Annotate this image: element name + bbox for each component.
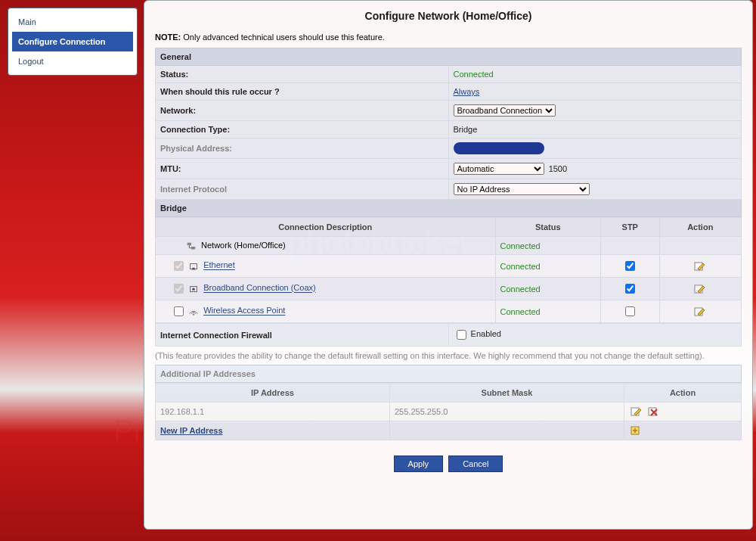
col-mask: Subnet Mask: [390, 384, 624, 403]
value-status: Connected: [454, 70, 494, 79]
col-action: Action: [624, 384, 742, 403]
bridge-row-status: Connected: [500, 241, 541, 250]
main-panel: Configure Network (Home/Office) NOTE: On…: [144, 0, 753, 530]
sidebar-item-configure-connection[interactable]: Configure Connection: [12, 32, 133, 51]
firewall-enabled-checkbox[interactable]: [457, 330, 466, 340]
bridge-row-status: Connected: [500, 307, 541, 316]
col-conn-desc: Connection Description: [156, 218, 496, 237]
col-stp: STP: [601, 218, 660, 237]
table-row: Wireless Access Point Connected: [156, 300, 742, 323]
value-conn-type: Bridge: [448, 121, 742, 138]
select-network[interactable]: Broadband Connection: [454, 104, 556, 117]
bridge-row-checkbox[interactable]: [174, 306, 184, 316]
svg-rect-0: [187, 243, 191, 246]
coax-icon: [188, 284, 199, 294]
select-mtu[interactable]: Automatic: [454, 163, 544, 175]
col-status: Status: [495, 218, 601, 237]
section-bridge: Bridge: [156, 200, 742, 217]
section-addl-ip: Additional IP Addresses: [156, 365, 742, 383]
delete-icon[interactable]: [648, 406, 660, 417]
edit-icon[interactable]: [694, 306, 706, 317]
edit-icon[interactable]: [631, 406, 643, 417]
stp-checkbox[interactable]: [625, 261, 635, 271]
wireless-icon: [188, 307, 199, 316]
section-firewall: Internet Connection Firewall: [156, 324, 449, 347]
bridge-row-status: Connected: [500, 262, 541, 271]
cancel-button[interactable]: Cancel: [448, 455, 503, 472]
page-title: Configure Network (Home/Office): [155, 10, 742, 22]
svg-point-8: [193, 313, 194, 315]
bridge-row-link[interactable]: Ethernet: [203, 261, 235, 270]
sidebar-item-logout[interactable]: Logout: [12, 51, 133, 71]
label-network: Network:: [156, 101, 449, 121]
col-action: Action: [659, 218, 742, 237]
edit-icon[interactable]: [694, 261, 706, 272]
label-conn-type: Connection Type:: [156, 121, 449, 138]
ip-value: 192.168.1.1: [156, 403, 390, 421]
firewall-note: (This feature provides the ability to ch…: [155, 351, 742, 360]
mask-value: 255.255.255.0: [390, 403, 624, 421]
table-row: Network (Home/Office) Connected: [156, 237, 742, 255]
label-status: Status:: [156, 66, 449, 83]
add-icon[interactable]: [631, 425, 643, 436]
sidebar: Main Configure Connection Logout: [8, 8, 138, 76]
label-mtu: MTU:: [156, 159, 449, 179]
button-row: Apply Cancel: [155, 455, 742, 472]
svg-point-6: [192, 288, 195, 291]
edit-icon[interactable]: [694, 284, 706, 294]
table-row: Broadband Connection (Coax) Connected: [156, 278, 742, 300]
label-ip-proto: Internet Protocol: [156, 179, 449, 200]
new-ip-link[interactable]: New IP Address: [160, 426, 223, 435]
ethernet-icon: [188, 262, 199, 271]
bridge-row-status: Connected: [500, 284, 541, 294]
svg-rect-1: [191, 247, 195, 250]
sidebar-item-main[interactable]: Main: [12, 12, 133, 32]
stp-checkbox[interactable]: [625, 306, 635, 316]
stp-checkbox[interactable]: [625, 284, 635, 294]
table-row: New IP Address: [156, 421, 742, 440]
col-ip: IP Address: [156, 384, 390, 403]
bridge-row-checkbox[interactable]: [174, 284, 184, 294]
note: NOTE: Only advanced technical users shou…: [155, 33, 742, 42]
bridge-row-checkbox[interactable]: [174, 261, 184, 271]
value-mtu: 1500: [549, 164, 567, 173]
svg-rect-3: [192, 267, 195, 269]
select-ip-proto[interactable]: No IP Address: [454, 183, 590, 195]
table-row: 192.168.1.1 255.255.255.0: [156, 403, 742, 421]
label-phys-addr: Physical Address:: [156, 138, 449, 159]
firewall-enabled-label: Enabled: [471, 330, 501, 339]
apply-button[interactable]: Apply: [394, 455, 444, 472]
bridge-row-link[interactable]: Broadband Connection (Coax): [203, 284, 316, 293]
table-row: Ethernet Connected: [156, 255, 742, 278]
bridge-table: Connection Description Status STP Action…: [155, 217, 742, 323]
bridge-row-link[interactable]: Wireless Access Point: [203, 306, 285, 316]
section-general: General: [156, 48, 742, 66]
value-rule: Always: [448, 83, 742, 101]
ip-table: IP Address Subnet Mask Action 192.168.1.…: [155, 383, 742, 440]
label-rule: When should this rule occur ?: [156, 83, 449, 101]
bridge-row-name: Network (Home/Office): [201, 241, 286, 250]
network-icon: [186, 241, 197, 250]
config-table: General Status: Connected When should th…: [155, 48, 742, 217]
value-phys-addr: [448, 138, 742, 159]
